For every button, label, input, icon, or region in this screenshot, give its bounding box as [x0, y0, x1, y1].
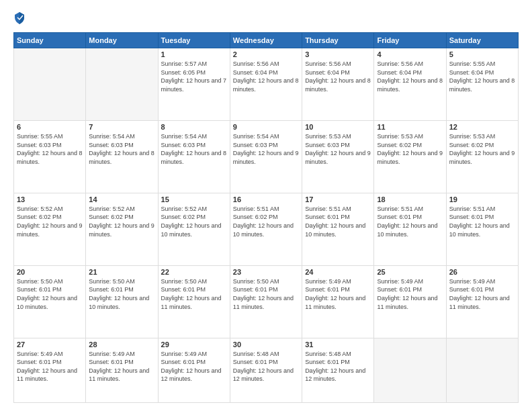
logo [13, 11, 28, 26]
day-info: Sunrise: 5:49 AMSunset: 6:01 PMDaylight:… [377, 277, 443, 311]
day-number: 22 [161, 268, 227, 276]
calendar-cell: 19Sunrise: 5:51 AMSunset: 6:01 PMDayligh… [446, 193, 518, 265]
weekday-header-tuesday: Tuesday [158, 33, 230, 48]
day-number: 14 [89, 195, 154, 203]
calendar-cell [14, 48, 86, 121]
day-number: 30 [233, 340, 299, 349]
calendar-cell: 9Sunrise: 5:54 AMSunset: 6:03 PMDaylight… [230, 120, 302, 193]
day-number: 8 [161, 123, 227, 131]
week-row-5: 27Sunrise: 5:49 AMSunset: 6:01 PMDayligh… [14, 338, 519, 402]
day-number: 29 [161, 340, 227, 349]
day-info: Sunrise: 5:57 AMSunset: 6:05 PMDaylight:… [161, 60, 227, 93]
weekday-header-sunday: Sunday [14, 33, 86, 48]
calendar-cell: 15Sunrise: 5:52 AMSunset: 6:02 PMDayligh… [158, 193, 230, 265]
week-row-4: 20Sunrise: 5:50 AMSunset: 6:01 PMDayligh… [14, 265, 519, 338]
day-number: 23 [233, 268, 299, 276]
calendar-cell: 22Sunrise: 5:50 AMSunset: 6:01 PMDayligh… [158, 265, 230, 338]
day-number: 25 [377, 268, 443, 276]
calendar-cell: 21Sunrise: 5:50 AMSunset: 6:01 PMDayligh… [86, 265, 158, 338]
day-info: Sunrise: 5:49 AMSunset: 6:01 PMDaylight:… [161, 350, 227, 383]
day-number: 3 [305, 50, 371, 58]
calendar-cell: 20Sunrise: 5:50 AMSunset: 6:01 PMDayligh… [14, 265, 86, 338]
day-number: 6 [17, 123, 83, 131]
calendar-cell: 30Sunrise: 5:48 AMSunset: 6:01 PMDayligh… [230, 338, 302, 402]
day-number: 15 [161, 195, 227, 203]
calendar-cell: 29Sunrise: 5:49 AMSunset: 6:01 PMDayligh… [158, 338, 230, 402]
calendar-cell: 24Sunrise: 5:49 AMSunset: 6:01 PMDayligh… [302, 265, 374, 338]
logo-icon [13, 11, 26, 26]
day-number: 31 [305, 340, 371, 349]
day-info: Sunrise: 5:49 AMSunset: 6:01 PMDaylight:… [17, 350, 83, 383]
day-info: Sunrise: 5:51 AMSunset: 6:01 PMDaylight:… [377, 205, 443, 238]
day-info: Sunrise: 5:50 AMSunset: 6:01 PMDaylight:… [233, 277, 299, 311]
calendar-cell: 2Sunrise: 5:56 AMSunset: 6:04 PMDaylight… [230, 48, 302, 121]
day-number: 2 [233, 50, 299, 58]
day-info: Sunrise: 5:56 AMSunset: 6:04 PMDaylight:… [305, 60, 371, 93]
day-info: Sunrise: 5:53 AMSunset: 6:02 PMDaylight:… [377, 132, 443, 166]
calendar-cell: 18Sunrise: 5:51 AMSunset: 6:01 PMDayligh… [374, 193, 446, 265]
calendar-cell: 3Sunrise: 5:56 AMSunset: 6:04 PMDaylight… [302, 48, 374, 121]
day-number: 26 [449, 268, 515, 276]
day-number: 10 [305, 123, 371, 131]
day-info: Sunrise: 5:50 AMSunset: 6:01 PMDaylight:… [161, 277, 227, 311]
day-info: Sunrise: 5:51 AMSunset: 6:01 PMDaylight:… [449, 205, 515, 238]
calendar-cell: 25Sunrise: 5:49 AMSunset: 6:01 PMDayligh… [374, 265, 446, 338]
week-row-2: 6Sunrise: 5:55 AMSunset: 6:03 PMDaylight… [14, 120, 519, 193]
day-info: Sunrise: 5:51 AMSunset: 6:01 PMDaylight:… [305, 205, 371, 238]
day-info: Sunrise: 5:54 AMSunset: 6:03 PMDaylight:… [233, 132, 299, 166]
day-info: Sunrise: 5:49 AMSunset: 6:01 PMDaylight:… [449, 277, 515, 311]
calendar-cell: 13Sunrise: 5:52 AMSunset: 6:02 PMDayligh… [14, 193, 86, 265]
day-number: 9 [233, 123, 299, 131]
day-info: Sunrise: 5:54 AMSunset: 6:03 PMDaylight:… [161, 132, 227, 166]
calendar-cell: 11Sunrise: 5:53 AMSunset: 6:02 PMDayligh… [374, 120, 446, 193]
week-row-1: 1Sunrise: 5:57 AMSunset: 6:05 PMDaylight… [14, 48, 519, 121]
weekday-header-thursday: Thursday [302, 33, 374, 48]
day-number: 16 [233, 195, 299, 203]
calendar: SundayMondayTuesdayWednesdayThursdayFrid… [13, 32, 519, 403]
day-info: Sunrise: 5:54 AMSunset: 6:03 PMDaylight:… [89, 132, 154, 166]
day-info: Sunrise: 5:56 AMSunset: 6:04 PMDaylight:… [233, 60, 299, 93]
calendar-cell [86, 48, 158, 121]
calendar-cell [446, 338, 518, 402]
day-number: 5 [449, 50, 515, 58]
day-number: 27 [17, 340, 83, 349]
day-info: Sunrise: 5:48 AMSunset: 6:01 PMDaylight:… [233, 350, 299, 383]
day-info: Sunrise: 5:50 AMSunset: 6:01 PMDaylight:… [89, 277, 154, 311]
calendar-cell: 10Sunrise: 5:53 AMSunset: 6:03 PMDayligh… [302, 120, 374, 193]
page: SundayMondayTuesdayWednesdayThursdayFrid… [0, 0, 532, 411]
day-number: 1 [161, 50, 227, 58]
day-number: 4 [377, 50, 443, 58]
calendar-cell: 17Sunrise: 5:51 AMSunset: 6:01 PMDayligh… [302, 193, 374, 265]
weekday-header-monday: Monday [86, 33, 158, 48]
day-number: 7 [89, 123, 154, 131]
calendar-cell: 4Sunrise: 5:56 AMSunset: 6:04 PMDaylight… [374, 48, 446, 121]
calendar-cell: 31Sunrise: 5:48 AMSunset: 6:01 PMDayligh… [302, 338, 374, 402]
day-number: 17 [305, 195, 371, 203]
day-info: Sunrise: 5:53 AMSunset: 6:03 PMDaylight:… [305, 132, 371, 166]
day-info: Sunrise: 5:51 AMSunset: 6:02 PMDaylight:… [233, 205, 299, 238]
header [13, 11, 519, 26]
day-info: Sunrise: 5:52 AMSunset: 6:02 PMDaylight:… [161, 205, 227, 238]
calendar-cell: 12Sunrise: 5:53 AMSunset: 6:02 PMDayligh… [446, 120, 518, 193]
day-info: Sunrise: 5:50 AMSunset: 6:01 PMDaylight:… [17, 277, 83, 311]
calendar-cell: 8Sunrise: 5:54 AMSunset: 6:03 PMDaylight… [158, 120, 230, 193]
calendar-cell: 5Sunrise: 5:55 AMSunset: 6:04 PMDaylight… [446, 48, 518, 121]
day-number: 18 [377, 195, 443, 203]
weekday-header-saturday: Saturday [446, 33, 518, 48]
day-info: Sunrise: 5:49 AMSunset: 6:01 PMDaylight:… [89, 350, 154, 383]
calendar-cell: 7Sunrise: 5:54 AMSunset: 6:03 PMDaylight… [86, 120, 158, 193]
weekday-header-friday: Friday [374, 33, 446, 48]
calendar-cell: 28Sunrise: 5:49 AMSunset: 6:01 PMDayligh… [86, 338, 158, 402]
day-info: Sunrise: 5:48 AMSunset: 6:01 PMDaylight:… [305, 350, 371, 383]
calendar-cell: 14Sunrise: 5:52 AMSunset: 6:02 PMDayligh… [86, 193, 158, 265]
day-info: Sunrise: 5:55 AMSunset: 6:04 PMDaylight:… [449, 60, 515, 93]
day-number: 20 [17, 268, 83, 276]
day-number: 13 [17, 195, 83, 203]
calendar-cell: 1Sunrise: 5:57 AMSunset: 6:05 PMDaylight… [158, 48, 230, 121]
week-row-3: 13Sunrise: 5:52 AMSunset: 6:02 PMDayligh… [14, 193, 519, 265]
day-info: Sunrise: 5:55 AMSunset: 6:03 PMDaylight:… [17, 132, 83, 166]
day-number: 19 [449, 195, 515, 203]
day-number: 21 [89, 268, 154, 276]
calendar-cell: 23Sunrise: 5:50 AMSunset: 6:01 PMDayligh… [230, 265, 302, 338]
calendar-cell: 16Sunrise: 5:51 AMSunset: 6:02 PMDayligh… [230, 193, 302, 265]
